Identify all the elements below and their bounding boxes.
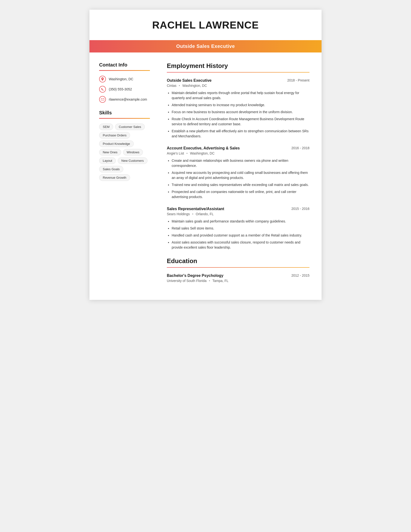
edu-header: Bachelor's Degree Psychology 2012 - 2015 [167,274,309,278]
job-company: Cintas • Washington, DC [167,84,309,87]
job-bullet: Trained new and existing sales represent… [172,182,309,187]
phone-icon [99,86,106,93]
contact-section: Contact Info Washington, DC [99,62,150,103]
job-title: Outside Sales Executive [167,78,212,83]
skill-tag: Windows [123,149,143,155]
job-title: Sales Representative/Assistant [167,207,224,211]
job-bullet: Handled cash and provided customer suppo… [172,233,309,238]
job-header: Account Executive, Advertising & Sales 2… [167,146,309,150]
contact-location: Washington, DC [99,76,150,83]
sidebar: Contact Info Washington, DC [89,62,157,290]
skill-tag: Customer Sales [115,124,145,130]
skill-tag: Layout [99,157,116,164]
contact-section-title: Contact Info [99,62,150,68]
job-bullets: Maintain detailed sales reports through … [167,90,309,139]
resume-body: Contact Info Washington, DC [89,52,322,300]
job-date: 2015 - 2016 [291,207,309,211]
skills-divider [99,118,150,119]
job-bullet: Assist sales associates with successful … [172,240,309,250]
education-divider [167,267,309,268]
email-icon [99,96,106,103]
job-date: 2018 - Present [287,78,309,82]
candidate-name: RACHEL LAWRENCE [104,19,307,31]
skill-tag: SEM [99,124,113,130]
job-bullets: Create and maintain relationships with b… [167,158,309,200]
job-bullet: Focus on new business to business accoun… [172,110,309,115]
employment-section: Employment History Outside Sales Executi… [167,62,309,250]
contact-email: rlawrence@example.com [99,96,150,103]
job-date: 2016 - 2018 [291,146,309,150]
job-bullet: Establish a new platform that will effec… [172,129,309,139]
location-icon [99,76,106,83]
job-bullet: Prospected and called on companies natio… [172,189,309,200]
main-content: Employment History Outside Sales Executi… [157,62,322,290]
job-bullet: Create and maintain relationships with b… [172,158,309,168]
job-company: Sears Holdings • Orlando, FL [167,212,309,216]
contact-phone-text: (350) 555-3052 [109,87,132,91]
contact-location-text: Washington, DC [109,77,133,81]
skill-tag: Sales Goals [99,166,123,172]
candidate-title: Outside Sales Executive [89,44,322,49]
education-list: Bachelor's Degree Psychology 2012 - 2015… [167,274,309,283]
resume-header: RACHEL LAWRENCE [89,10,322,36]
job-bullet: Route Check In Account Coordination Rout… [172,116,309,127]
title-banner: Outside Sales Executive [89,40,322,52]
edu-degree: Bachelor's Degree Psychology [167,274,223,278]
job-bullet: Retail sales Sell store items. [172,226,309,231]
education-section: Education Bachelor's Degree Psychology 2… [167,257,309,283]
skill-tag: New Ones [99,149,121,155]
skills-section-title: Skills [99,110,150,116]
contact-email-text: rlawrence@example.com [109,97,147,101]
edu-school: University of South Florida • Tampa, FL [167,279,309,283]
job-entry: Sales Representative/Assistant 2015 - 20… [167,207,309,250]
job-entry: Account Executive, Advertising & Sales 2… [167,146,309,200]
skills-tags-container: SEMCustomer SalesPurchase OrdersProduct … [99,124,150,181]
skill-tag: Product Knowledge [99,141,134,147]
employment-section-title: Employment History [167,62,309,70]
skill-tag: Revenue Growth [99,174,130,181]
job-entry: Outside Sales Executive 2018 - Present C… [167,78,309,139]
job-bullet: Attended training seminars to increase m… [172,103,309,108]
education-section-title: Education [167,257,309,265]
contact-divider [99,70,150,71]
job-company: Angie's List • Washington, DC [167,151,309,155]
job-bullet: Maintain sales goals and performance sta… [172,219,309,224]
resume-document: RACHEL LAWRENCE Outside Sales Executive … [89,10,322,300]
job-header: Outside Sales Executive 2018 - Present [167,78,309,83]
edu-date: 2012 - 2015 [291,274,309,277]
skill-tag: New Customers [118,157,147,164]
contact-phone: (350) 555-3052 [99,86,150,93]
job-bullets: Maintain sales goals and performance sta… [167,219,309,250]
education-entry: Bachelor's Degree Psychology 2012 - 2015… [167,274,309,283]
jobs-list: Outside Sales Executive 2018 - Present C… [167,78,309,250]
job-bullet: Maintain detailed sales reports through … [172,90,309,101]
employment-divider [167,72,309,73]
skills-section: Skills SEMCustomer SalesPurchase OrdersP… [99,110,150,181]
job-header: Sales Representative/Assistant 2015 - 20… [167,207,309,211]
job-bullet: Acquired new accounts by prospecting and… [172,170,309,180]
skill-tag: Purchase Orders [99,132,130,139]
job-title: Account Executive, Advertising & Sales [167,146,240,150]
